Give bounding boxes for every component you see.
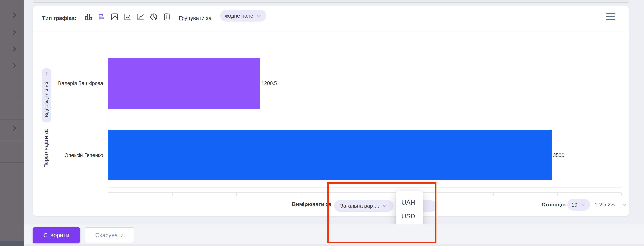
axis-title: Переглядати за (41, 124, 51, 173)
hamburger-icon[interactable] (606, 13, 616, 20)
x-axis-tick (108, 193, 108, 196)
sidebar-bottom-edge (0, 241, 24, 246)
bar-value-outside: 3500 (553, 152, 564, 158)
pagination-range: 1-2 з 2 (594, 202, 610, 208)
cancel-button[interactable]: Скасувати (85, 227, 134, 243)
sidebar (0, 0, 24, 246)
create-button[interactable]: Створити (33, 227, 80, 243)
chart-toolbar: Тип графіка: Групувати за жодне поле (33, 6, 629, 31)
step-line-chart-icon[interactable] (136, 12, 146, 22)
horizontal-bar-chart-icon[interactable] (97, 12, 106, 22)
x-axis-tick (172, 193, 172, 196)
pie-chart-icon[interactable] (149, 12, 158, 22)
sidebar-divider (0, 141, 24, 141)
chevron-right-icon[interactable] (10, 124, 18, 132)
group-by-value: жодне поле (224, 13, 253, 19)
measure-by-label: Вимірювати за (292, 201, 331, 208)
x-axis-tick (621, 193, 622, 196)
sidebar-divider (0, 119, 24, 120)
bar-1[interactable] (108, 58, 260, 109)
columns-label: Стовпців (542, 202, 566, 208)
page-size-value: 10 (572, 202, 578, 208)
area-chart-icon[interactable] (110, 12, 119, 22)
chevron-right-icon[interactable] (10, 62, 18, 69)
bar-2[interactable] (108, 130, 552, 180)
x-axis-tick (300, 193, 301, 196)
chart-type-label: Тип графіка: (42, 15, 76, 21)
x-axis-tick (236, 193, 237, 196)
chevron-down-icon (580, 202, 586, 208)
x-axis-tick (557, 193, 558, 196)
x-axis-tick (493, 193, 494, 196)
page-next-icon[interactable] (622, 202, 628, 208)
row-gridline (108, 57, 621, 57)
chevron-right-icon[interactable] (10, 11, 18, 19)
page-prev-icon[interactable] (610, 202, 616, 208)
sidebar-divider (0, 162, 24, 163)
chart-type-switcher (84, 12, 172, 22)
group-by-dropdown[interactable]: жодне поле (220, 10, 266, 22)
annotation-highlight-box (327, 182, 436, 243)
axis-field-name: Відповідальний (44, 78, 50, 121)
line-chart-icon[interactable] (123, 12, 132, 22)
chevron-down-icon (256, 13, 262, 18)
chevron-icon (44, 71, 49, 76)
chevron-right-icon[interactable] (10, 28, 18, 36)
number-card-icon[interactable] (162, 12, 172, 22)
footer-edge (24, 244, 644, 246)
column-chart-icon[interactable] (84, 12, 93, 22)
previous-card-edge (33, 0, 629, 3)
page-size-dropdown[interactable]: 10 (567, 199, 590, 211)
axis-field-pill[interactable]: Відповідальний (42, 68, 52, 123)
chevron-right-icon[interactable] (10, 45, 18, 53)
bar-value-outside: 1200.5 (261, 80, 277, 86)
group-by-label: Групувати за (179, 15, 212, 21)
sidebar-divider (0, 97, 24, 98)
